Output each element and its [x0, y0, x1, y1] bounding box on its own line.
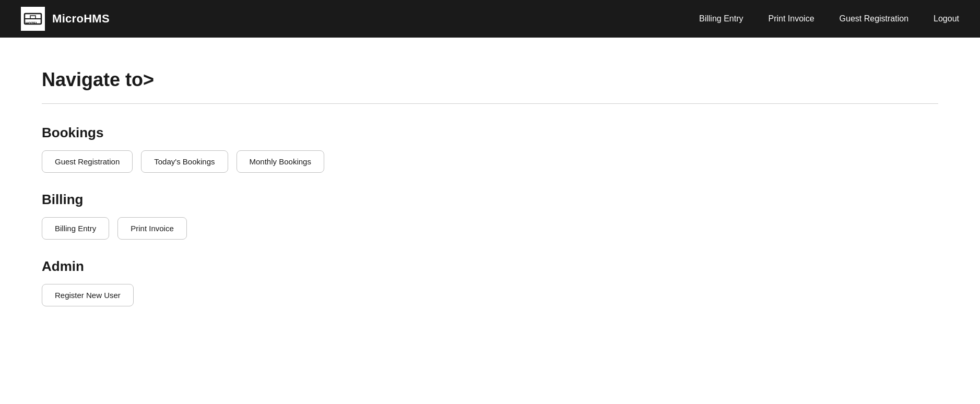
brand: HOTEL MicroHMS	[21, 7, 110, 31]
brand-name: MicroHMS	[52, 12, 110, 26]
button-group-billing: Billing EntryPrint Invoice	[42, 217, 938, 240]
nav-billing-entry[interactable]: Billing Entry	[699, 14, 743, 23]
btn-print-invoice[interactable]: Print Invoice	[117, 217, 187, 240]
hotel-logo-icon: HOTEL	[21, 7, 45, 31]
button-group-admin: Register New User	[42, 284, 938, 306]
button-group-bookings: Guest RegistrationToday's BookingsMonthl…	[42, 150, 938, 173]
nav-guest-registration[interactable]: Guest Registration	[840, 14, 909, 23]
section-title-bookings: Bookings	[42, 125, 938, 141]
btn-guest-registration[interactable]: Guest Registration	[42, 150, 133, 173]
btn-billing-entry[interactable]: Billing Entry	[42, 217, 109, 240]
btn-monthly-bookings[interactable]: Monthly Bookings	[237, 150, 324, 173]
svg-text:HOTEL: HOTEL	[26, 21, 38, 25]
navbar-links: Billing Entry Print Invoice Guest Regist…	[699, 14, 959, 23]
nav-print-invoice[interactable]: Print Invoice	[769, 14, 814, 23]
section-divider	[42, 103, 938, 104]
sections-container: BookingsGuest RegistrationToday's Bookin…	[42, 125, 938, 306]
section-title-admin: Admin	[42, 258, 938, 275]
section-title-billing: Billing	[42, 192, 938, 208]
section-bookings: BookingsGuest RegistrationToday's Bookin…	[42, 125, 938, 173]
navbar: HOTEL MicroHMS Billing Entry Print Invoi…	[0, 0, 980, 38]
page-title: Navigate to>	[42, 69, 938, 91]
btn-todays-bookings[interactable]: Today's Bookings	[141, 150, 228, 173]
main-content: Navigate to> BookingsGuest RegistrationT…	[0, 38, 980, 346]
section-admin: AdminRegister New User	[42, 258, 938, 306]
section-billing: BillingBilling EntryPrint Invoice	[42, 192, 938, 240]
btn-register-new-user[interactable]: Register New User	[42, 284, 134, 306]
nav-logout[interactable]: Logout	[934, 14, 959, 23]
